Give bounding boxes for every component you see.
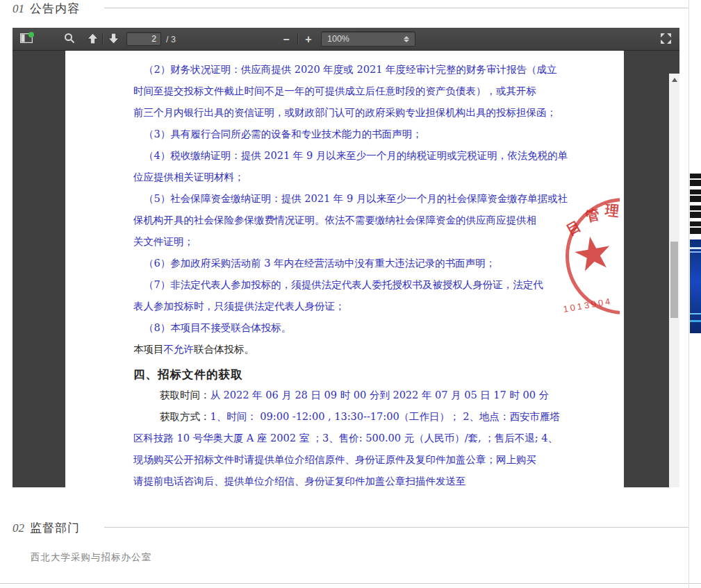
section-divider-line: [104, 527, 688, 528]
arrow-down-icon: [108, 33, 119, 47]
banner-highlight: [690, 313, 701, 314]
doc-line: 区科技路 10 号华奥大厦 A 座 2002 室 ；3、售价: 500.00 元…: [133, 428, 624, 449]
section-header-announcement: 01公告内容: [13, 1, 80, 17]
doc-line: 本项目不允许联合体投标。: [133, 339, 624, 360]
plus-icon: +: [305, 34, 311, 45]
doc-line: 位应提供相关证明材料；: [133, 167, 624, 188]
page-number-input[interactable]: [126, 32, 161, 46]
select-arrows-icon: [404, 36, 409, 42]
doc-line: 前三个月内银行出具的资信证明，或财政部门认可的政府采购专业担保机构出具的投标担保…: [133, 102, 624, 124]
doc-line: （4）税收缴纳证明：提供 2021 年 9 月以来至少一个月的纳税证明或完税证明…: [133, 145, 624, 167]
doc-line: （7）非法定代表人参加投标的，须提供法定代表人委托授权书及被授权人身份证，法定代: [133, 274, 624, 296]
zoom-level-value: 100%: [327, 34, 404, 44]
doc-line: 获取方式：1、时间： 09:00 -12:00 , 13:30--17:00（工…: [133, 406, 624, 428]
banner-highlight: [690, 251, 701, 253]
minus-icon: −: [283, 34, 289, 45]
doc-line: 保机构开具的社会保险参保缴费情况证明。依法不需要缴纳社会保障资金的供应商应提供相: [133, 210, 624, 231]
doc-line: 现场购买公开招标文件时请提供单位介绍信原件、身份证原件及复印件加盖公章；网上购买: [133, 449, 624, 471]
search-button[interactable]: [60, 31, 79, 48]
section-header-supervision: 02监督部门: [13, 520, 80, 537]
doc-line: 四、招标文件的获取: [133, 364, 624, 385]
arrow-up-icon: [87, 33, 99, 47]
clipped-edge-text: [690, 221, 701, 234]
section-title: 公告内容: [30, 2, 80, 15]
zoom-out-button[interactable]: −: [277, 31, 296, 48]
zoom-level-select[interactable]: 100%: [321, 31, 415, 47]
pdf-toolbar: / 3 − + 100%: [13, 28, 679, 51]
section-divider-line: [104, 8, 688, 8]
scrollbar-thumb[interactable]: [670, 242, 678, 318]
triangle-up-icon: [672, 78, 677, 82]
doc-line: （6）参加政府采购活动前 3 年内在经营活动中没有重大违法记录的书面声明；: [133, 253, 624, 274]
search-icon: [64, 33, 75, 46]
sidebar-toggle-button[interactable]: [17, 31, 36, 48]
pdf-viewport[interactable]: （2）财务状况证明：供应商提供 2020 年度或 2021 年度经审计完整的财务…: [13, 51, 679, 487]
zoom-in-button[interactable]: +: [299, 31, 318, 48]
pdf-page-text: （2）财务状况证明：供应商提供 2020 年度或 2021 年度经审计完整的财务…: [65, 51, 624, 487]
doc-line: （5）社会保障资金缴纳证明：提供 2021 年 9 月以来至少一个月的社会保障资…: [133, 188, 624, 210]
banner-highlight: [690, 320, 701, 322]
pdf-viewer: / 3 − + 100%: [13, 28, 679, 487]
section-number: 01: [13, 2, 24, 15]
fullscreen-button[interactable]: [656, 31, 675, 48]
doc-line: （2）财务状况证明：供应商提供 2020 年度或 2021 年度经审计完整的财务…: [133, 59, 624, 81]
toolbar-separator: [297, 33, 298, 45]
next-page-button[interactable]: [104, 31, 123, 48]
page-root: 01公告内容: [0, 0, 701, 588]
content-right-border: [688, 0, 689, 588]
supervision-department: 西北大学采购与招标办公室: [31, 551, 151, 564]
section-title: 监督部门: [30, 521, 80, 535]
clipped-edge-text: [690, 205, 701, 218]
doc-line: 获取时间：从 2022 年 06 月 28 日 09 时 00 分到 2022 …: [133, 385, 624, 406]
banner-highlight: [690, 247, 701, 249]
scroll-up-button[interactable]: [669, 75, 679, 85]
doc-line: （8）本项目不接受联合体投标。: [133, 317, 624, 339]
doc-line: 时间至提交投标文件截止时间不足一年的可提供成立后任意时段的资产负债表），或其开标: [133, 81, 624, 102]
bottom-divider: [0, 583, 701, 584]
clipped-edge-text: [690, 174, 701, 186]
doc-line: 表人参加投标时，只须提供法定代表人身份证；: [133, 296, 624, 317]
previous-page-button[interactable]: [83, 31, 102, 48]
notification-dot: [28, 32, 34, 37]
pdf-page: （2）财务状况证明：供应商提供 2020 年度或 2021 年度经审计完整的财务…: [65, 51, 624, 487]
toolbar-separator: [102, 33, 103, 45]
page-count-label: / 3: [166, 35, 176, 44]
doc-line: （3）具有履行合同所必需的设备和专业技术能力的书面声明；: [133, 124, 624, 145]
pdf-scrollbar[interactable]: [669, 74, 679, 487]
clipped-edge-banner: [690, 240, 701, 333]
section-number: 02: [13, 521, 24, 535]
fullscreen-icon: [660, 33, 672, 47]
clipped-edge-text: [690, 190, 701, 202]
doc-line: 请提前电话咨询后、提供单位介绍信、身份证复印件加盖公章扫描件发送至: [133, 471, 624, 487]
doc-line: 关文件证明；: [133, 231, 624, 253]
